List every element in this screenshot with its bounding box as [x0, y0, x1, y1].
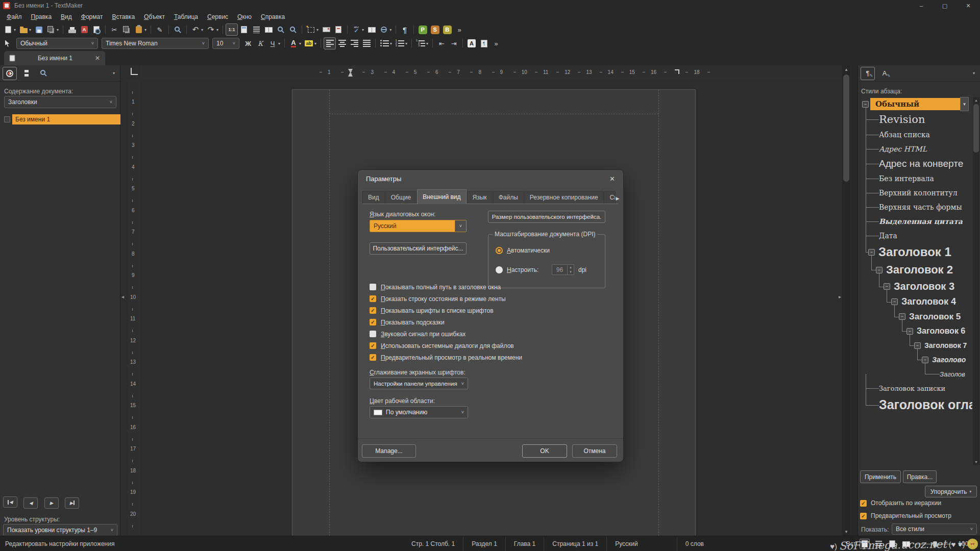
- preview-checkbox-row[interactable]: ✓ Предварительный просмотр: [860, 512, 951, 519]
- expander-icon[interactable]: −: [876, 267, 883, 273]
- expander-icon[interactable]: −: [914, 342, 921, 349]
- outline-item[interactable]: Без имени 1: [0, 114, 120, 124]
- redo-button[interactable]: ↷▾: [205, 23, 220, 36]
- formatbar-overflow-button[interactable]: »: [490, 37, 502, 49]
- highlight-dropdown-icon[interactable]: ▾: [314, 41, 316, 46]
- style-row-Заголовок 5[interactable]: −Заголовок 5: [859, 309, 972, 324]
- navigation-button[interactable]: [3, 67, 17, 80]
- copy-button[interactable]: [120, 23, 133, 36]
- menu-Формат[interactable]: Формат: [77, 12, 108, 21]
- dialog-checkbox-row[interactable]: Звуковой сигнал при ошибках: [370, 328, 522, 340]
- cancel-button[interactable]: Отмена: [572, 444, 617, 458]
- blocks-button[interactable]: [19, 67, 34, 80]
- insert-mode-indicator[interactable]: Вст: [846, 540, 856, 547]
- dialog-checkbox-5[interactable]: ✓: [370, 342, 376, 349]
- italic-button[interactable]: К: [254, 37, 266, 49]
- view-pages-button[interactable]: [262, 23, 275, 36]
- vertical-ruler[interactable]: 1234567891011121314151617181920: [128, 80, 140, 536]
- paragraph-style-select[interactable]: Обычный˅: [16, 38, 98, 49]
- increase-indent-button[interactable]: ⇥: [448, 37, 460, 49]
- menu-Объект[interactable]: Объект: [139, 12, 169, 21]
- tab-Язык[interactable]: Язык: [467, 191, 493, 204]
- status-cell-2[interactable]: Глава 1: [505, 536, 544, 551]
- cut-button[interactable]: ✂: [108, 23, 120, 36]
- status-cell-1[interactable]: Раздел 1: [463, 536, 505, 551]
- dialog-checkbox-2[interactable]: ✓: [370, 307, 376, 314]
- expander-icon[interactable]: −: [899, 313, 905, 320]
- collapse-right-panel-icon[interactable]: ▸: [839, 294, 841, 299]
- open-button[interactable]: ▾: [17, 23, 33, 36]
- dialog-checkbox-row[interactable]: ✓Использовать системные диалоги для файл…: [370, 340, 522, 352]
- zoom-page-button[interactable]: [287, 23, 299, 36]
- font-select[interactable]: Times New Roman˅: [102, 38, 209, 49]
- planmaker-button[interactable]: P: [416, 23, 429, 36]
- dpi-custom-row[interactable]: Настроить: 96 ▲▼ dpi: [496, 264, 586, 275]
- menu-Справка[interactable]: Справка: [256, 12, 289, 21]
- thesaurus-button[interactable]: [365, 23, 378, 36]
- style-row-Заголовок 6[interactable]: −Заголовок 6: [859, 324, 972, 338]
- redo-dropdown-icon[interactable]: ▾: [216, 28, 218, 32]
- insert-form-button[interactable]: [332, 23, 345, 36]
- styles-scroll-down-icon[interactable]: ▼: [973, 459, 979, 465]
- dialog-checkbox-1[interactable]: ✓: [370, 295, 376, 302]
- export-pdf-button[interactable]: A: [78, 23, 90, 36]
- hierarchy-checkbox[interactable]: ✓: [860, 500, 867, 507]
- styles-scrollbar[interactable]: ▲ ▼: [973, 97, 979, 465]
- dpi-auto-row[interactable]: Автоматически: [496, 247, 550, 254]
- format-painter-button[interactable]: ✎: [154, 23, 166, 36]
- style-row-Обычный[interactable]: −Обычный▼: [859, 97, 972, 111]
- style-row-Заголовок 2[interactable]: −Заголовок 2: [859, 261, 972, 279]
- save-button[interactable]: [33, 23, 45, 36]
- style-row-Заголовок 7[interactable]: −Заголовок 7: [859, 338, 972, 353]
- spellcheck-button[interactable]: abc✓▾: [350, 23, 365, 36]
- first-item-button[interactable]: ◀: [3, 496, 17, 508]
- align-right-button[interactable]: [348, 37, 360, 49]
- style-row-Заголовок 3[interactable]: −Заголовок 3: [859, 279, 972, 294]
- menu-Файл[interactable]: Файл: [2, 12, 27, 21]
- view-continuous-button[interactable]: [873, 539, 884, 549]
- dialog-checkbox-0[interactable]: [370, 284, 376, 290]
- dialog-language-select[interactable]: Русский˅: [370, 220, 467, 232]
- object-mode-icon[interactable]: [3, 39, 12, 48]
- ui-size-button[interactable]: Размер пользовательского интерфейса.: [488, 211, 605, 223]
- scroll-down-icon[interactable]: ▼: [842, 528, 850, 536]
- bullet-list-dropdown-icon[interactable]: ▾: [390, 41, 392, 46]
- paste-dropdown-icon[interactable]: ▾: [144, 28, 146, 32]
- view-normal-button[interactable]: [860, 539, 870, 549]
- edit-style-button[interactable]: Правка...: [903, 470, 937, 483]
- zoom-slider-thumb[interactable]: [933, 541, 937, 547]
- undo-dropdown-icon[interactable]: ▾: [201, 28, 203, 32]
- basic-button[interactable]: B: [441, 23, 453, 36]
- style-row-Заголов[interactable]: Заголов: [859, 367, 972, 381]
- sidebar-menu-icon[interactable]: ▾: [113, 71, 115, 76]
- close-button[interactable]: ✕: [957, 0, 980, 11]
- preview-checkbox[interactable]: ✓: [860, 513, 867, 519]
- manage-button[interactable]: Manage...: [362, 444, 416, 458]
- font-smoothing-select[interactable]: Настройки панели управления˅: [370, 378, 468, 389]
- align-justify-button[interactable]: [360, 37, 373, 49]
- collapse-left-panel-icon[interactable]: ◂: [121, 294, 124, 299]
- show-styles-select[interactable]: Все стили˅: [892, 523, 977, 535]
- menu-Таблица[interactable]: Таблица: [169, 12, 203, 21]
- copy-document-button[interactable]: ▾: [45, 23, 60, 36]
- formatting-marks-button[interactable]: ¶: [399, 23, 411, 36]
- bullet-list-button[interactable]: ▾: [378, 37, 394, 49]
- insert-frame-button[interactable]: ▾: [305, 23, 320, 36]
- organize-styles-button[interactable]: Упорядочить▾: [925, 486, 977, 497]
- zoom-original-button[interactable]: 1:1: [226, 23, 238, 36]
- view-continuous-button[interactable]: [250, 23, 262, 36]
- menu-Окно[interactable]: Окно: [233, 12, 256, 21]
- paragraph-styles-button[interactable]: ¶: [861, 67, 875, 80]
- insert-envelope-button[interactable]: [320, 23, 332, 36]
- status-cell-0[interactable]: Стр. 1 Столб. 1: [403, 536, 463, 551]
- zoom-in-button[interactable]: [275, 23, 287, 36]
- status-cell-4[interactable]: Русский: [606, 536, 646, 551]
- tab-Систе[interactable]: Систе: [604, 191, 616, 204]
- dialog-checkbox-row[interactable]: ✓Показывать подсказки: [370, 316, 522, 328]
- underline-button[interactable]: Ч▾: [266, 37, 282, 49]
- tab-Внешний вид[interactable]: Внешний вид: [417, 189, 466, 204]
- workspace-color-select[interactable]: По умолчанию˅: [370, 406, 468, 418]
- contents-type-select[interactable]: Заголовки˅: [4, 96, 116, 108]
- style-row-Заголово[interactable]: −Заголово: [859, 353, 972, 367]
- dialog-checkbox-row[interactable]: ✓Показать строку состояния в режиме лент…: [370, 293, 522, 305]
